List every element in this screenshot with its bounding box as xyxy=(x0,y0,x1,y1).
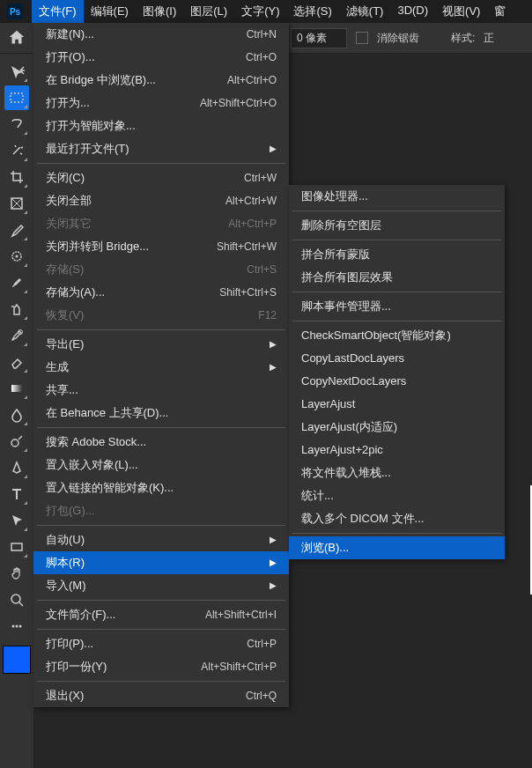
spot-heal-tool[interactable] xyxy=(4,244,29,269)
file-menu-item-label: 关闭并转到 Bridge... xyxy=(46,239,149,255)
move-tool[interactable] xyxy=(4,59,29,84)
scripts-submenu-item-2[interactable]: 删除所有空图层 xyxy=(289,214,505,237)
scripts-submenu-item-label: 浏览(B)... xyxy=(301,540,349,556)
file-menu-item-25[interactable]: 自动(U)▶ xyxy=(33,528,289,551)
crop-tool[interactable] xyxy=(4,165,29,189)
menu-6[interactable]: 滤镜(T) xyxy=(339,0,391,23)
eraser-tool[interactable] xyxy=(4,350,29,374)
file-menu-item-label: 打包(G)... xyxy=(46,503,95,519)
shortcut-label: Alt+Ctrl+W xyxy=(225,193,277,209)
file-menu-item-29[interactable]: 文件简介(F)...Alt+Shift+Ctrl+I xyxy=(33,603,289,626)
gradient-tool[interactable] xyxy=(4,376,29,401)
brush-tool[interactable] xyxy=(4,270,29,295)
blur-tool[interactable] xyxy=(4,402,29,427)
history-brush-tool[interactable] xyxy=(4,323,29,348)
scripts-submenu-item-label: 脚本事件管理器... xyxy=(301,299,391,314)
menu-7[interactable]: 3D(D) xyxy=(390,0,435,23)
file-menu-item-0[interactable]: 新建(N)...Ctrl+N xyxy=(33,23,289,46)
submenu-arrow-icon: ▶ xyxy=(270,141,277,157)
file-menu-item-1[interactable]: 打开(O)...Ctrl+O xyxy=(33,46,289,69)
file-menu-item-31[interactable]: 打印(P)...Ctrl+P xyxy=(33,632,289,655)
svg-point-10 xyxy=(16,625,18,628)
scripts-submenu-item-19[interactable]: 浏览(B)... xyxy=(289,536,505,559)
file-menu-item-label: 导出(E) xyxy=(46,336,84,352)
svg-rect-5 xyxy=(11,385,22,392)
menu-0[interactable]: 文件(F) xyxy=(32,0,84,23)
dodge-tool[interactable] xyxy=(4,429,29,454)
file-menu-item-32[interactable]: 打印一份(Y)Alt+Shift+Ctrl+P xyxy=(33,655,289,678)
more-tool[interactable] xyxy=(4,614,29,639)
file-menu-separator xyxy=(37,163,285,164)
scripts-submenu-item-12[interactable]: LayerAjust xyxy=(289,393,505,416)
file-menu-item-10[interactable]: 关闭并转到 Bridge...Shift+Ctrl+W xyxy=(33,235,289,258)
pixel-value-field[interactable]: 0 像素 xyxy=(291,28,347,48)
scripts-submenu-item-10[interactable]: CopyLastDocLayers xyxy=(289,347,505,370)
scripts-submenu-item-17[interactable]: 载入多个 DICOM 文件... xyxy=(289,507,505,530)
file-menu-item-16[interactable]: 生成▶ xyxy=(33,356,289,379)
file-menu-item-label: 搜索 Adobe Stock... xyxy=(46,434,146,450)
clone-tool[interactable] xyxy=(4,297,29,321)
magic-wand-tool[interactable] xyxy=(4,138,29,163)
menu-3[interactable]: 图层(L) xyxy=(183,0,234,23)
foreground-color-swatch[interactable] xyxy=(3,646,31,674)
file-menu-item-12[interactable]: 存储为(A)...Shift+Ctrl+S xyxy=(33,281,289,304)
file-menu-item-18[interactable]: 在 Behance 上共享(D)... xyxy=(33,402,289,425)
file-menu-item-7[interactable]: 关闭(C)Ctrl+W xyxy=(33,166,289,189)
shortcut-label: Ctrl+N xyxy=(247,26,277,42)
menu-5[interactable]: 选择(S) xyxy=(286,0,338,23)
file-menu-item-label: 关闭其它 xyxy=(46,216,92,232)
scripts-submenu-item-0[interactable]: 图像处理器... xyxy=(289,185,505,208)
file-menu-item-label: 新建(N)... xyxy=(46,26,94,42)
menu-1[interactable]: 编辑(E) xyxy=(84,0,136,23)
file-menu-item-27[interactable]: 导入(M)▶ xyxy=(33,574,289,597)
file-menu-item-34[interactable]: 退出(X)Ctrl+Q xyxy=(33,684,289,707)
menu-4[interactable]: 文字(Y) xyxy=(234,0,286,23)
home-icon[interactable] xyxy=(7,28,26,48)
style-value[interactable]: 正 xyxy=(484,31,494,46)
scripts-submenu-item-14[interactable]: LayerAjust+2pic xyxy=(289,439,505,462)
svg-point-11 xyxy=(19,625,22,628)
file-menu-item-8[interactable]: 关闭全部Alt+Ctrl+W xyxy=(33,189,289,212)
svg-point-8 xyxy=(11,594,20,603)
file-menu-separator xyxy=(37,525,285,526)
file-menu-item-4[interactable]: 打开为智能对象... xyxy=(33,114,289,137)
rectangle-tool[interactable] xyxy=(4,535,29,559)
hand-tool[interactable] xyxy=(4,561,29,586)
marquee-tool[interactable] xyxy=(4,85,29,110)
scripts-submenu-item-13[interactable]: LayerAjust(内适应) xyxy=(289,416,505,439)
shortcut-label: Alt+Shift+Ctrl+O xyxy=(200,95,277,111)
menu-9[interactable]: 窗 xyxy=(487,0,513,23)
antialias-checkbox[interactable] xyxy=(356,32,368,44)
type-tool[interactable] xyxy=(4,482,29,506)
scripts-submenu-item-11[interactable]: CopyNextDocLayers xyxy=(289,370,505,393)
scripts-submenu-item-5[interactable]: 拼合所有图层效果 xyxy=(289,266,505,289)
scripts-submenu-item-7[interactable]: 脚本事件管理器... xyxy=(289,295,505,318)
pen-tool[interactable] xyxy=(4,455,29,480)
file-menu-item-20[interactable]: 搜索 Adobe Stock... xyxy=(33,431,289,454)
file-menu-item-26[interactable]: 脚本(R)▶ xyxy=(33,551,289,574)
file-menu-item-2[interactable]: 在 Bridge 中浏览(B)...Alt+Ctrl+O xyxy=(33,69,289,92)
path-select-tool[interactable] xyxy=(4,508,29,533)
file-menu-item-21[interactable]: 置入嵌入对象(L)... xyxy=(33,454,289,476)
tool-panel xyxy=(0,54,33,768)
scripts-submenu-item-4[interactable]: 拼合所有蒙版 xyxy=(289,243,505,266)
file-menu-item-label: 关闭全部 xyxy=(46,193,92,209)
menu-8[interactable]: 视图(V) xyxy=(435,0,487,23)
file-menu-item-5[interactable]: 最近打开文件(T)▶ xyxy=(33,137,289,160)
menu-2[interactable]: 图像(I) xyxy=(136,0,183,23)
file-menu-item-15[interactable]: 导出(E)▶ xyxy=(33,333,289,356)
lasso-tool[interactable] xyxy=(4,112,29,137)
file-menu-separator xyxy=(37,681,285,682)
frame-tool[interactable] xyxy=(4,191,29,216)
zoom-tool[interactable] xyxy=(4,587,29,612)
file-menu-item-22[interactable]: 置入链接的智能对象(K)... xyxy=(33,476,289,499)
scripts-submenu-item-label: 统计... xyxy=(301,488,334,504)
scripts-submenu-item-16[interactable]: 统计... xyxy=(289,484,505,507)
eyedropper-tool[interactable] xyxy=(4,218,29,242)
scripts-submenu-item-9[interactable]: CheckSmartObject(智能对象) xyxy=(289,324,505,347)
shortcut-label: Alt+Ctrl+O xyxy=(227,72,277,88)
file-menu-item-label: 脚本(R) xyxy=(46,555,85,571)
file-menu-item-17[interactable]: 共享... xyxy=(33,379,289,402)
scripts-submenu-item-15[interactable]: 将文件载入堆栈... xyxy=(289,462,505,484)
file-menu-item-3[interactable]: 打开为...Alt+Shift+Ctrl+O xyxy=(33,92,289,114)
